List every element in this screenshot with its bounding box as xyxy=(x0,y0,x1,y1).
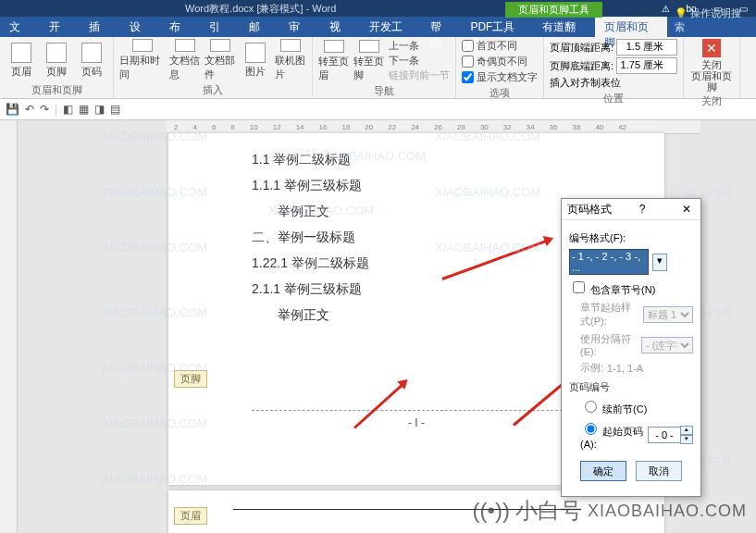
page-number-icon xyxy=(81,43,102,63)
tab-design[interactable]: 设计 xyxy=(120,17,160,37)
goto-footer-button[interactable]: 转至页脚 xyxy=(353,40,385,82)
vertical-ruler[interactable] xyxy=(0,120,18,533)
dialog-help-icon[interactable]: ? xyxy=(639,203,646,216)
dialog-close-icon[interactable]: ✕ xyxy=(678,203,695,216)
parts-icon xyxy=(210,39,230,52)
quick-parts-button[interactable]: 文档部件 xyxy=(204,39,236,81)
context-tool-tab: 页眉和页脚工具 xyxy=(505,2,602,18)
insert-tab-button[interactable]: 插入对齐制表位 xyxy=(550,76,621,90)
header-icon xyxy=(11,43,31,63)
doc-text: 1.1 举例二级标题 xyxy=(252,152,581,168)
doc-text: 2.1.1 举例三级标题 xyxy=(252,281,581,298)
include-chapter-checkbox[interactable]: 包含章节号(N) xyxy=(569,279,655,297)
goto-header-button[interactable]: 转至页眉 xyxy=(318,40,350,82)
group-label: 位置 xyxy=(550,90,677,107)
dialog-title: 页码格式 xyxy=(567,202,612,217)
next-link[interactable]: 下一条 xyxy=(389,54,450,68)
online-picture-button[interactable]: 联机图片 xyxy=(275,39,306,81)
save-icon[interactable]: 💾 xyxy=(6,103,19,116)
spin-up-icon[interactable]: ▴ xyxy=(680,426,693,435)
group-label: 导航 xyxy=(318,82,450,100)
tab-help[interactable]: 帮助 xyxy=(421,17,461,37)
header-button[interactable]: 页眉 xyxy=(6,39,37,81)
ribbon-group-options: 首页不同 奇偶页不同 显示文档文字 选项 xyxy=(456,37,544,98)
info-icon xyxy=(175,39,195,52)
link-previous[interactable]: 链接到前一节 xyxy=(389,68,450,82)
start-at-input[interactable] xyxy=(648,427,681,443)
doc-info-button[interactable]: 文档信息 xyxy=(169,39,201,81)
group-label: 页眉和页脚 xyxy=(6,81,107,99)
group-label: 选项 xyxy=(462,84,538,102)
header-distance-input[interactable]: 1.5 厘米 xyxy=(616,39,677,56)
separator-select: - (连字符) xyxy=(641,337,693,353)
tab-header-footer[interactable]: 页眉和页脚 xyxy=(595,17,667,37)
footer-button[interactable]: 页脚 xyxy=(41,39,72,81)
tab-home[interactable]: 开始 xyxy=(40,17,80,37)
chapter-style-label: 章节起始样式(P): xyxy=(580,301,639,328)
group-label: 关闭 xyxy=(689,93,734,110)
qat-icon[interactable]: ◨ xyxy=(94,103,105,116)
page-number-format-dialog: 页码格式 ? ✕ 编号格式(F): - 1 -, - 2 -, - 3 -, .… xyxy=(561,198,701,497)
group-label: 插入 xyxy=(119,81,306,99)
example-label: 示例: xyxy=(580,361,603,375)
undo-icon[interactable]: ↶ xyxy=(25,103,34,116)
show-doc-text-check[interactable]: 显示文档文字 xyxy=(462,70,538,84)
ribbon-group-navigation: 转至页眉 转至页脚 上一条 下一条 链接到前一节 导航 xyxy=(313,37,456,98)
diff-odd-even-check[interactable]: 奇偶页不同 xyxy=(462,55,538,68)
tab-mailings[interactable]: 邮件 xyxy=(240,17,279,37)
tab-layout[interactable]: 布局 xyxy=(160,17,200,37)
ok-button[interactable]: 确定 xyxy=(580,461,626,481)
qat-icon[interactable]: ◧ xyxy=(63,103,73,116)
footer-icon xyxy=(46,43,67,63)
page-number-button[interactable]: 页码 xyxy=(76,39,107,81)
footer-distance-label: 页脚底端距离: xyxy=(550,59,613,73)
diff-first-page-check[interactable]: 首页不同 xyxy=(462,39,538,53)
picture-button[interactable]: 图片 xyxy=(240,39,271,81)
number-format-label: 编号格式(F): xyxy=(569,231,626,245)
tab-pdf[interactable]: PDF工具集 xyxy=(461,17,533,37)
header-tag: 页眉 xyxy=(174,507,207,525)
continue-radio[interactable]: 续前节(C) xyxy=(580,398,647,416)
ribbon: 页眉 页脚 页码 页眉和页脚 日期和时间 文档信息 文档部件 图片 联机图片 插… xyxy=(0,37,756,99)
doc-text: 举例正文 xyxy=(278,204,581,220)
page-numbering-section: 页码编号 xyxy=(569,380,693,394)
doc-text: 二、举例一级标题 xyxy=(252,229,581,246)
watermark-logo: ((•))小白号XIAOBAIHAO.COM xyxy=(473,496,747,526)
start-at-radio[interactable]: 起始页码(A): xyxy=(580,420,644,450)
date-icon xyxy=(132,39,153,52)
tab-insert[interactable]: 插入 xyxy=(80,17,119,37)
example-value: 1-1, 1-A xyxy=(607,363,643,374)
tab-developer[interactable]: 开发工具 xyxy=(360,17,421,37)
doc-text: 1.1.1 举例三级标题 xyxy=(252,178,581,194)
title-bar: Word教程.docx [兼容模式] - Word 页眉和页脚工具 ⚠ bo ▭… xyxy=(0,0,756,17)
picture-icon xyxy=(245,43,266,63)
qat-icon[interactable]: ▦ xyxy=(79,103,89,116)
previous-link[interactable]: 上一条 xyxy=(389,39,450,53)
online-picture-icon xyxy=(280,39,301,52)
tell-me-search[interactable]: 操作说明搜索 xyxy=(667,4,756,37)
cancel-button[interactable]: 取消 xyxy=(636,461,682,481)
redo-icon[interactable]: ↷ xyxy=(40,103,49,116)
qat-icon[interactable]: ▤ xyxy=(110,103,120,116)
ribbon-group-header-footer: 页眉 页脚 页码 页眉和页脚 xyxy=(0,37,114,98)
close-header-footer-button[interactable]: ✕ 关闭 页眉和页脚 xyxy=(689,39,734,93)
chapter-style-select: 标题 1 xyxy=(643,306,693,323)
ribbon-tabs: 文件 开始 插入 设计 布局 引用 邮件 审阅 视图 开发工具 帮助 PDF工具… xyxy=(0,17,756,37)
date-time-button[interactable]: 日期和时间 xyxy=(119,39,166,81)
ribbon-group-insert: 日期和时间 文档信息 文档部件 图片 联机图片 插入 xyxy=(114,37,313,98)
tab-references[interactable]: 引用 xyxy=(200,17,240,37)
separator-label: 使用分隔符(E): xyxy=(580,332,638,357)
tab-youdao[interactable]: 有道翻译 xyxy=(533,17,594,37)
tab-file[interactable]: 文件 xyxy=(0,17,40,37)
tab-review[interactable]: 审阅 xyxy=(279,17,319,37)
footer-tag: 页脚 xyxy=(174,370,207,388)
footer-distance-input[interactable]: 1.75 厘米 xyxy=(616,57,677,74)
close-icon: ✕ xyxy=(702,39,721,57)
horizontal-ruler[interactable]: 24681012141618202224262830323436384042 xyxy=(167,120,700,134)
goto-footer-icon xyxy=(359,40,379,53)
ribbon-group-position: 页眉顶端距离:1.5 厘米 页脚底端距离:1.75 厘米 插入对齐制表位 位置 xyxy=(544,37,684,98)
chevron-down-icon[interactable]: ▾ xyxy=(652,254,667,271)
tab-view[interactable]: 视图 xyxy=(320,17,360,37)
spin-down-icon[interactable]: ▾ xyxy=(680,435,693,444)
number-format-select[interactable]: - 1 -, - 2 -, - 3 -, ... xyxy=(569,249,649,275)
